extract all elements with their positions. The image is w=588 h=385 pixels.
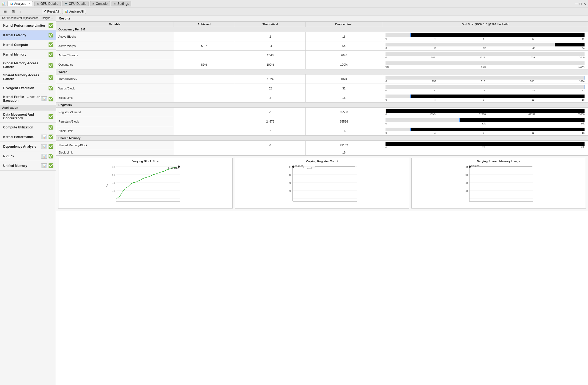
bar-label: 0% bbox=[386, 65, 389, 68]
sidebar-item-icons-unified-memory: 📊✅ bbox=[41, 163, 54, 168]
sidebar-item-kernel-memory[interactable]: Kernel Memory✅ bbox=[0, 50, 56, 59]
bar-label: 8 bbox=[434, 89, 435, 92]
chart-icon-unified-memory[interactable]: 📊 bbox=[41, 163, 47, 168]
bar-container bbox=[386, 128, 585, 131]
chart-register-svg: 64 56 48 40 64 @ 21 bbox=[237, 164, 407, 207]
bar-labels: 016384327684915265536 bbox=[384, 113, 586, 116]
tab-gpu-details[interactable]: 🖥 GPU Details bbox=[34, 1, 61, 6]
sidebar-item-nvlink[interactable]: NVLink📊✅ bbox=[0, 151, 56, 161]
up-button[interactable]: ↑ bbox=[18, 9, 23, 14]
bar-label: 0 bbox=[386, 56, 387, 59]
sidebar-item-kernel-performance[interactable]: Kernel Performance📊✅ bbox=[0, 132, 56, 142]
bar-labels: 016324864 bbox=[384, 46, 586, 50]
reset-all-button[interactable]: ↺ Reset All bbox=[42, 9, 61, 14]
sidebar-item-dependency-analysis[interactable]: Dependency Analysis📊✅ bbox=[0, 142, 56, 151]
svg-text:48: 48 bbox=[289, 182, 291, 184]
cell-theoretical: 21 bbox=[235, 108, 305, 117]
window-close-icon[interactable]: ✕ bbox=[583, 2, 586, 6]
bar-labels: 0512102415362048 bbox=[384, 56, 586, 59]
bar-label: 49152 bbox=[529, 113, 535, 116]
sidebar-item-kernel-profile[interactable]: Kernel Profile - ...ruction Execution📊✅ bbox=[0, 93, 56, 105]
cell-theoretical: 2048 bbox=[235, 51, 305, 60]
bar-marker bbox=[410, 33, 411, 37]
sidebar-item-icons-kernel-latency: ✅ bbox=[48, 33, 54, 38]
sidebar-item-label-dependency-analysis: Dependency Analysis bbox=[3, 145, 41, 148]
sidebar-item-icons-divergent-execution: ✅ bbox=[48, 85, 54, 91]
charts-section: Varying Block Size 64 56 bbox=[56, 155, 588, 211]
bar-label: 1024 bbox=[579, 80, 585, 82]
cell-bar: 0%50%100% bbox=[382, 60, 588, 69]
tab-analysis[interactable]: 📊 Analysis ✕ bbox=[7, 1, 33, 6]
grid-view-button[interactable]: ⊞ bbox=[10, 9, 17, 14]
bar-container bbox=[386, 95, 585, 98]
cell-theoretical: 1024 bbox=[235, 74, 305, 84]
cell-bar: 0481216 bbox=[382, 126, 588, 136]
bar-label: 4 bbox=[434, 132, 436, 134]
analyze-all-button[interactable]: 📊 Analyze All bbox=[62, 9, 86, 14]
main-layout: KeBilinearInterpFw(float const *, unsign… bbox=[0, 15, 588, 385]
svg-text:64 @ 1024: 64 @ 1024 bbox=[168, 167, 179, 169]
cell-achieved bbox=[173, 74, 235, 84]
window-maximize-icon[interactable]: □ bbox=[579, 2, 582, 6]
bar-fill bbox=[386, 118, 459, 122]
cell-variable: Block Limit bbox=[56, 150, 173, 155]
kernel-label: KeBilinearInterpFw(float const *, unsign… bbox=[0, 15, 56, 21]
list-view-button[interactable]: ☰ bbox=[2, 9, 9, 14]
sidebar-item-label-kernel-performance: Kernel Performance bbox=[3, 135, 41, 139]
sidebar-item-divergent-execution[interactable]: Divergent Execution✅ bbox=[0, 83, 56, 93]
chart-icon-dependency-analysis[interactable]: 📊 bbox=[41, 144, 47, 149]
svg-text:64 @ 21: 64 @ 21 bbox=[295, 164, 303, 167]
sidebar-item-label-kernel-compute: Kernel Compute bbox=[3, 43, 48, 47]
sidebar-item-kernel-latency[interactable]: Kernel Latency✅ bbox=[0, 30, 56, 40]
check-icon-data-movement: ✅ bbox=[48, 114, 54, 119]
bar-marker bbox=[410, 95, 411, 98]
cell-device-limit: 32 bbox=[306, 84, 382, 93]
sidebar-item-compute-utilization[interactable]: Compute Utilization✅ bbox=[0, 123, 56, 132]
table-row: Threads/Block1024102402565127681024 bbox=[56, 74, 588, 84]
cell-achieved: 87% bbox=[173, 60, 235, 69]
sidebar-item-kernel-performance-limiter[interactable]: Kernel Performance Limiter✅ bbox=[0, 21, 56, 30]
app-icon: 📊 bbox=[2, 2, 6, 6]
cell-bar: 032k48k bbox=[382, 141, 588, 150]
bar-fill bbox=[386, 43, 555, 46]
sidebar-item-global-memory-access-pattern[interactable]: Global Memory Access Pattern✅ bbox=[0, 59, 56, 71]
bar-label: 0 bbox=[386, 99, 387, 101]
svg-text:64: 64 bbox=[112, 166, 115, 168]
tab-cpu-details[interactable]: 💻 CPU Details bbox=[62, 1, 89, 6]
analysis-tab-close[interactable]: ✕ bbox=[28, 2, 30, 5]
sidebar-item-label-kernel-memory: Kernel Memory bbox=[3, 53, 48, 56]
bar-marker bbox=[459, 118, 460, 122]
bar-label: 1536 bbox=[529, 56, 535, 59]
bar-label: 16 bbox=[582, 37, 585, 40]
chart-register-area: 64 56 48 40 64 @ 21 bbox=[237, 164, 407, 207]
sidebar-item-kernel-compute[interactable]: Kernel Compute✅ bbox=[0, 40, 56, 50]
chart-icon-kernel-performance[interactable]: 📊 bbox=[41, 135, 47, 139]
chart-icon-kernel-profile[interactable]: 📊 bbox=[41, 96, 47, 101]
bar-label: 512 bbox=[431, 56, 435, 59]
bar-label: 12 bbox=[532, 99, 534, 101]
check-icon-kernel-performance: ✅ bbox=[48, 134, 54, 139]
bar-labels: 032k64k bbox=[384, 122, 586, 125]
bar-labels: 02565127681024 bbox=[384, 80, 586, 83]
cell-variable: Occupancy bbox=[56, 60, 173, 69]
bar-label: 0 bbox=[386, 47, 387, 49]
bar-container bbox=[386, 142, 585, 146]
col-theoretical: Theoretical bbox=[235, 22, 305, 27]
tab-settings[interactable]: ⚙ Settings bbox=[112, 1, 131, 6]
cell-device-limit: 65536 bbox=[306, 117, 382, 126]
table-row: Registers/Thread216553601638432768491526… bbox=[56, 108, 588, 117]
chart-register-title: Varying Register Count bbox=[237, 160, 407, 163]
sidebar-item-icons-compute-utilization: ✅ bbox=[48, 125, 54, 130]
chart-icon-nvlink[interactable]: 📊 bbox=[41, 154, 47, 159]
chart-block-size-svg: 64 56 48 40 SM 64 @ 1024 bbox=[60, 164, 231, 207]
tab-console[interactable]: ▶ Console bbox=[90, 1, 110, 6]
sidebar-item-shared-memory-access-pattern[interactable]: Shared Memory Access Pattern✅ bbox=[0, 71, 56, 83]
cell-bar: 0512102415362048 bbox=[382, 51, 588, 60]
sidebar-item-unified-memory[interactable]: Unified Memory📊✅ bbox=[0, 161, 56, 171]
check-icon-nvlink: ✅ bbox=[48, 154, 54, 159]
window-minimize-icon[interactable]: ─ bbox=[575, 2, 578, 6]
bar-label: 16 bbox=[482, 89, 485, 92]
cell-bar: 08162432 bbox=[382, 84, 588, 93]
sidebar-item-data-movement[interactable]: Data Movement And Concurrency✅ bbox=[0, 111, 56, 123]
bar-label: 50% bbox=[481, 65, 486, 68]
